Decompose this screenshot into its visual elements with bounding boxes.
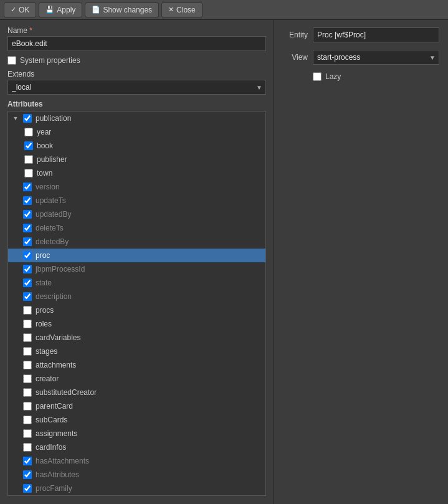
attr-label-assignments: assignments bbox=[36, 429, 77, 438]
attr-label-deletedBy: deletedBy bbox=[36, 237, 69, 246]
attr-item-cardInfos[interactable]: cardInfos bbox=[8, 440, 265, 454]
attr-item-stages[interactable]: stages bbox=[8, 345, 265, 358]
close-label: Close bbox=[176, 6, 196, 14]
attr-checkbox-creator[interactable] bbox=[23, 374, 32, 383]
show-changes-icon: 📄 bbox=[92, 6, 100, 14]
attr-label-procs: procs bbox=[36, 306, 54, 315]
attr-item-deleteTs[interactable]: deleteTs bbox=[8, 221, 265, 235]
attr-item-jbpmProcessId[interactable]: jbpmProcessId bbox=[8, 262, 265, 276]
attr-checkbox-version[interactable] bbox=[23, 183, 32, 191]
entity-label: Entity bbox=[283, 31, 308, 39]
extends-field-group: Extends _local ▼ bbox=[7, 70, 266, 95]
attr-checkbox-parentCard[interactable] bbox=[23, 402, 32, 411]
attr-checkbox-description[interactable] bbox=[23, 292, 32, 301]
apply-label: Apply bbox=[57, 6, 75, 14]
attr-item-procs[interactable]: procs bbox=[8, 303, 265, 317]
attr-item-state[interactable]: state bbox=[8, 276, 265, 290]
attr-checkbox-publication[interactable] bbox=[23, 114, 32, 123]
attr-checkbox-cardInfos[interactable] bbox=[23, 443, 32, 452]
view-label: View bbox=[283, 53, 308, 62]
attr-checkbox-assignments[interactable] bbox=[23, 429, 32, 438]
attr-label-cardInfos: cardInfos bbox=[36, 443, 66, 452]
attr-item-description[interactable]: description bbox=[8, 290, 265, 303]
attr-checkbox-publisher[interactable] bbox=[24, 155, 33, 164]
lazy-label: Lazy bbox=[325, 72, 341, 81]
name-input[interactable] bbox=[7, 36, 266, 51]
attr-item-hasAttributes[interactable]: hasAttributes bbox=[8, 468, 265, 482]
attr-label-year: year bbox=[37, 128, 51, 136]
view-select-wrapper: start-process ▼ bbox=[313, 50, 439, 65]
attr-label-jbpmProcessId: jbpmProcessId bbox=[36, 265, 85, 273]
extends-label: Extends bbox=[7, 70, 266, 78]
attr-checkbox-procFamily[interactable] bbox=[23, 484, 32, 493]
system-properties-row: System properties bbox=[7, 56, 266, 65]
attr-label-cardVariables: cardVariables bbox=[36, 333, 80, 342]
show-changes-button[interactable]: 📄 Show changes bbox=[85, 2, 159, 17]
attr-checkbox-proc[interactable] bbox=[23, 251, 32, 260]
attr-item-updatedBy[interactable]: updatedBy bbox=[8, 207, 265, 221]
attr-checkbox-stages[interactable] bbox=[23, 347, 32, 356]
attr-label-deleteTs: deleteTs bbox=[36, 224, 64, 232]
required-star: * bbox=[29, 26, 32, 35]
show-changes-label: Show changes bbox=[103, 6, 152, 14]
expand-icon-publication[interactable]: ▼ bbox=[12, 115, 19, 122]
attr-checkbox-jbpmProcessId[interactable] bbox=[23, 265, 32, 273]
attr-checkbox-subCards[interactable] bbox=[23, 416, 32, 424]
attributes-title: Attributes bbox=[7, 100, 266, 108]
attr-item-creator[interactable]: creator bbox=[8, 372, 265, 386]
view-select[interactable]: start-process bbox=[313, 50, 439, 65]
attr-item-town[interactable]: town bbox=[8, 166, 265, 180]
attr-checkbox-year[interactable] bbox=[24, 128, 33, 136]
ok-icon: ✓ bbox=[11, 6, 16, 14]
name-label: Name * bbox=[7, 26, 266, 35]
attr-item-subCards[interactable]: subCards bbox=[8, 413, 265, 427]
attr-label-book: book bbox=[37, 141, 53, 150]
attr-checkbox-hasAttributes[interactable] bbox=[23, 470, 32, 479]
attr-checkbox-updateTs[interactable] bbox=[23, 196, 32, 205]
attr-label-parentCard: parentCard bbox=[36, 402, 73, 411]
attr-label-updateTs: updateTs bbox=[36, 196, 66, 205]
attr-label-town: town bbox=[37, 169, 52, 178]
attr-checkbox-book[interactable] bbox=[24, 141, 33, 150]
attr-item-proc[interactable]: proc bbox=[8, 249, 265, 262]
extends-select-wrapper: _local ▼ bbox=[7, 80, 266, 95]
apply-button[interactable]: 💾 Apply bbox=[39, 2, 82, 17]
attr-item-publication[interactable]: ▼publication bbox=[8, 112, 265, 125]
entity-input[interactable] bbox=[313, 27, 439, 42]
close-button[interactable]: ✕ Close bbox=[161, 2, 203, 17]
lazy-checkbox[interactable] bbox=[313, 72, 322, 81]
attr-checkbox-roles[interactable] bbox=[23, 320, 32, 328]
attr-checkbox-substitutedCreator[interactable] bbox=[23, 388, 32, 397]
system-properties-checkbox[interactable] bbox=[7, 56, 16, 65]
attr-checkbox-state[interactable] bbox=[23, 278, 32, 287]
attr-item-assignments[interactable]: assignments bbox=[8, 427, 265, 440]
attr-item-cardVariables[interactable]: cardVariables bbox=[8, 331, 265, 345]
attr-checkbox-updatedBy[interactable] bbox=[23, 210, 32, 219]
attr-item-publisher[interactable]: publisher bbox=[8, 153, 265, 166]
toolbar: ✓ OK 💾 Apply 📄 Show changes ✕ Close bbox=[0, 0, 448, 20]
attr-item-parentCard[interactable]: parentCard bbox=[8, 399, 265, 413]
attr-checkbox-attachments[interactable] bbox=[23, 361, 32, 369]
attr-checkbox-procs[interactable] bbox=[23, 306, 32, 315]
attr-item-updateTs[interactable]: updateTs bbox=[8, 194, 265, 207]
extends-select[interactable]: _local bbox=[7, 80, 266, 95]
attr-checkbox-town[interactable] bbox=[24, 169, 33, 178]
attr-checkbox-deletedBy[interactable] bbox=[23, 237, 32, 246]
attr-item-deletedBy[interactable]: deletedBy bbox=[8, 235, 265, 249]
attr-checkbox-cardVariables[interactable] bbox=[23, 333, 32, 342]
attr-label-version: version bbox=[36, 183, 60, 191]
attr-item-roles[interactable]: roles bbox=[8, 317, 265, 331]
attr-checkbox-hasAttachments[interactable] bbox=[23, 457, 32, 465]
attr-label-state: state bbox=[36, 278, 52, 287]
attr-checkbox-deleteTs[interactable] bbox=[23, 224, 32, 232]
attr-item-hasAttachments[interactable]: hasAttachments bbox=[8, 454, 265, 468]
attr-label-creator: creator bbox=[36, 374, 59, 383]
attr-label-subCards: subCards bbox=[36, 416, 67, 424]
attr-item-version[interactable]: version bbox=[8, 180, 265, 194]
attr-item-attachments[interactable]: attachments bbox=[8, 358, 265, 372]
attr-item-year[interactable]: year bbox=[8, 125, 265, 139]
ok-button[interactable]: ✓ OK bbox=[4, 2, 36, 17]
attr-item-book[interactable]: book bbox=[8, 139, 265, 153]
attr-item-substitutedCreator[interactable]: substitutedCreator bbox=[8, 386, 265, 399]
attr-item-procFamily[interactable]: procFamily bbox=[8, 482, 265, 495]
